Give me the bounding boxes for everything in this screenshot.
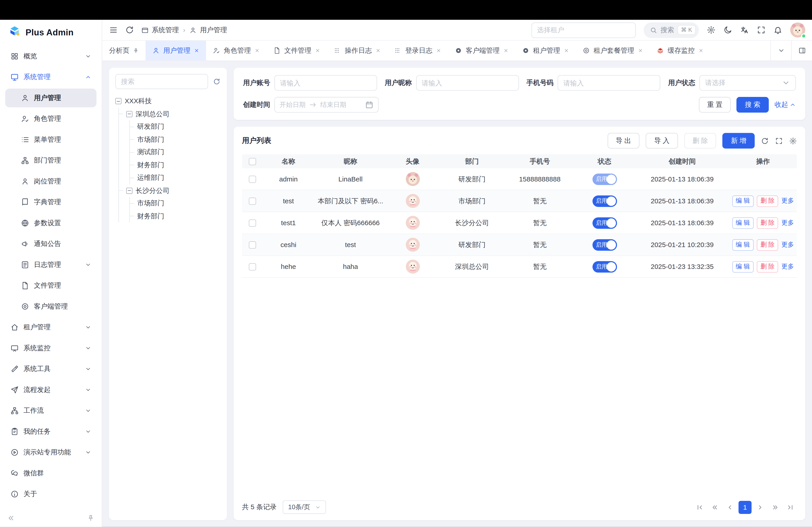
tree-node[interactable]: 测试部门 <box>130 146 221 159</box>
edit-button[interactable]: 编 辑 <box>732 195 754 207</box>
tab-login-log[interactable]: 登录日志 <box>388 41 448 60</box>
refresh-page-button[interactable] <box>125 26 134 34</box>
tree-node[interactable]: 财务部门 <box>130 159 221 171</box>
sidebar-item-tenant-management[interactable]: 租户管理 <box>5 318 97 337</box>
sidebar-item-system-tools[interactable]: 系统工具 <box>5 360 97 378</box>
tree-node[interactable]: 市场部门 <box>130 133 221 146</box>
sidebar-item-workflow[interactable]: 工作流 <box>5 401 97 420</box>
more-button[interactable]: 更多 <box>782 197 794 205</box>
tree-node[interactable]: XXX科技 <box>115 95 221 108</box>
tree-node[interactable]: 运维部门 <box>130 171 221 184</box>
user-avatar[interactable] <box>790 22 805 37</box>
menu-toggle-button[interactable] <box>109 26 118 34</box>
status-toggle[interactable]: 启用 <box>592 261 617 272</box>
sidebar-item-dept-management[interactable]: 部门管理 <box>5 151 97 170</box>
sidebar-item-about[interactable]: 关于 <box>5 485 97 503</box>
nickname-input[interactable] <box>416 75 519 91</box>
tab-role-management[interactable]: 角色管理 <box>206 41 266 60</box>
sidebar-item-demo-features[interactable]: 演示站专用功能 <box>5 443 97 462</box>
current-page[interactable]: 1 <box>738 501 752 514</box>
first-page-button[interactable] <box>693 501 706 514</box>
account-input[interactable] <box>274 75 377 91</box>
created-date-range[interactable]: 开始日期结束日期 <box>274 97 378 112</box>
tab-cache-monitor[interactable]: 缓存监控 <box>650 41 710 60</box>
sidebar-pin-button[interactable] <box>87 514 94 522</box>
tab-operation-log[interactable]: 操作日志 <box>327 41 388 60</box>
sidebar-item-log-management[interactable]: 日志管理 <box>5 255 97 274</box>
edit-button[interactable]: 编 辑 <box>732 239 754 251</box>
table-settings-button[interactable] <box>789 137 797 145</box>
close-tab-icon[interactable] <box>255 48 260 53</box>
breadcrumb-item-system-management[interactable]: 系统管理 <box>142 25 179 35</box>
sidebar-collapse-button[interactable] <box>7 514 14 522</box>
fullscreen-icon[interactable] <box>757 26 766 34</box>
global-search[interactable]: 搜索 ⌘ K <box>643 22 699 37</box>
row-checkbox[interactable] <box>249 219 256 226</box>
edit-button[interactable]: 编 辑 <box>732 217 754 229</box>
delete-row-button[interactable]: 删 除 <box>757 217 778 229</box>
sidebar-item-flow-start[interactable]: 流程发起 <box>5 380 97 399</box>
row-checkbox[interactable] <box>249 197 256 205</box>
sidebar-item-system-management[interactable]: 系统管理 <box>5 68 97 87</box>
collapse-filters-link[interactable]: 收起 <box>774 100 796 109</box>
sidebar-item-post-management[interactable]: 岗位管理 <box>5 172 97 191</box>
tree-expand-toggle[interactable] <box>126 187 133 194</box>
close-tab-icon[interactable] <box>564 48 569 53</box>
delete-row-button[interactable]: 删 除 <box>757 261 778 272</box>
reset-button[interactable]: 重 置 <box>699 97 731 112</box>
sidebar-item-dict-management[interactable]: 字典管理 <box>5 193 97 212</box>
sidebar-item-system-monitor[interactable]: 系统监控 <box>5 339 97 358</box>
close-tab-icon[interactable] <box>638 48 643 53</box>
close-tab-icon[interactable] <box>503 48 508 53</box>
edit-button[interactable]: 编 辑 <box>732 261 754 272</box>
row-checkbox[interactable] <box>249 241 256 248</box>
add-button[interactable]: 新 增 <box>723 133 754 149</box>
last-page-button[interactable] <box>784 501 797 514</box>
close-tab-icon[interactable] <box>194 48 199 53</box>
dept-search-input[interactable] <box>115 74 208 89</box>
status-toggle[interactable]: 启用 <box>592 195 617 207</box>
tree-node[interactable]: 深圳总公司 <box>119 107 221 120</box>
app-logo[interactable]: Plus Admin <box>0 20 102 45</box>
table-refresh-button[interactable] <box>761 137 769 145</box>
sidebar-item-notice[interactable]: 通知公告 <box>5 235 97 253</box>
sidebar-item-user-management[interactable]: 用户管理 <box>5 89 97 107</box>
row-checkbox[interactable] <box>249 175 256 183</box>
export-button[interactable]: 导 出 <box>607 133 639 149</box>
tree-node[interactable]: 财务部门 <box>130 210 221 223</box>
import-button[interactable]: 导 入 <box>646 133 678 149</box>
delete-row-button[interactable]: 删 除 <box>757 239 778 251</box>
phone-input[interactable] <box>558 75 661 91</box>
theme-moon-icon[interactable] <box>723 26 732 34</box>
sidebar-item-client-management[interactable]: 客户端管理 <box>5 297 97 316</box>
notification-bell-icon[interactable] <box>773 26 782 34</box>
tree-expand-toggle[interactable] <box>115 98 121 104</box>
close-tab-icon[interactable] <box>315 48 320 53</box>
tree-node[interactable]: 研发部门 <box>130 120 221 133</box>
tab-tenant-management[interactable]: 租户管理 <box>516 41 576 60</box>
language-icon[interactable] <box>740 26 749 34</box>
tab-user-management[interactable]: 用户管理 <box>145 41 206 60</box>
table-fullscreen-button[interactable] <box>775 137 783 145</box>
tree-expand-toggle[interactable] <box>126 111 133 117</box>
more-button[interactable]: 更多 <box>782 219 794 227</box>
prev-page-button[interactable] <box>723 501 737 514</box>
breadcrumb-item-user-management[interactable]: 用户管理 <box>189 25 227 35</box>
sidebar-item-param-settings[interactable]: 参数设置 <box>5 214 97 232</box>
sidebar-item-menu-management[interactable]: 菜单管理 <box>5 130 97 149</box>
search-button[interactable]: 搜 索 <box>737 97 769 112</box>
sidebar-item-my-tasks[interactable]: 我的任务 <box>5 422 97 441</box>
sidebar-item-file-management[interactable]: 文件管理 <box>5 276 97 295</box>
status-toggle[interactable]: 启用 <box>592 174 617 185</box>
status-toggle[interactable]: 启用 <box>592 239 617 251</box>
prev-pages-button[interactable] <box>708 501 721 514</box>
delete-row-button[interactable]: 删 除 <box>757 195 778 207</box>
page-size-select[interactable]: 10条/页 <box>283 500 326 514</box>
tab-tenant-package[interactable]: 租户套餐管理 <box>576 41 650 60</box>
tab-client-management[interactable]: 客户端管理 <box>448 41 515 60</box>
sidebar-item-wechat-group[interactable]: 微信群 <box>5 464 97 483</box>
select-all-checkbox[interactable] <box>249 157 256 165</box>
status-toggle[interactable]: 启用 <box>592 217 617 229</box>
more-button[interactable]: 更多 <box>782 240 794 249</box>
settings-gear-icon[interactable] <box>707 26 715 34</box>
